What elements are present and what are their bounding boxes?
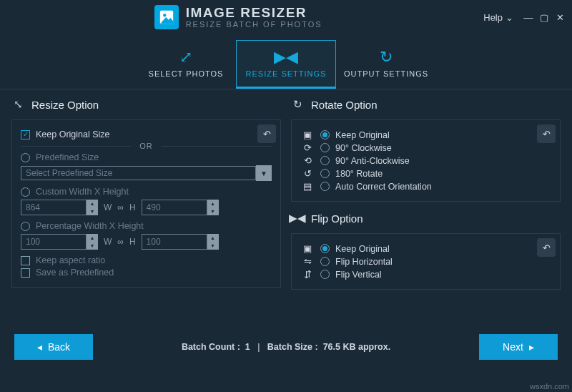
spinner[interactable]: ▲▼ bbox=[87, 200, 98, 215]
image-icon: ▣ bbox=[300, 243, 315, 254]
right-panels: ↻ Rotate Option ↶ ▣ Keep Original ⟳ 90° … bbox=[291, 97, 561, 324]
pct-width-field[interactable]: ▲▼ bbox=[21, 234, 98, 250]
rotate-heading-icon: ↻ bbox=[291, 98, 304, 111]
back-button[interactable]: ◂ Back bbox=[14, 334, 93, 360]
count-label: Batch Count : bbox=[182, 342, 240, 352]
h-label: H bbox=[129, 237, 136, 247]
radio-icon bbox=[21, 187, 30, 197]
label: Predefined Size bbox=[36, 152, 99, 162]
resize-heading-icon: ⤡ bbox=[11, 98, 24, 111]
app-subtitle: RESIZE BATCH OF PHOTOS bbox=[186, 20, 322, 29]
custom-size-fields: ▲▼ W ∞ H ▲▼ bbox=[21, 200, 272, 215]
svg-point-1 bbox=[163, 14, 166, 16]
rotate-ccw-icon: ⟲ bbox=[300, 155, 315, 166]
predefined-size-radio[interactable]: Predefined Size bbox=[21, 152, 272, 162]
reset-resize-button[interactable]: ↶ bbox=[257, 124, 276, 143]
checkbox-icon bbox=[21, 256, 30, 265]
or-label: OR bbox=[137, 142, 156, 150]
custom-size-radio[interactable]: Custom Width X Height bbox=[21, 187, 272, 197]
label: Flip Vertical bbox=[335, 270, 382, 280]
tab-select-photos[interactable]: ⤢ SELECT PHOTOS bbox=[136, 40, 236, 89]
flip-heading-label: Flip Option bbox=[311, 212, 363, 225]
minimize-button[interactable]: ― bbox=[521, 9, 536, 25]
w-label: W bbox=[104, 202, 112, 212]
gear-refresh-icon: ↻ bbox=[337, 48, 435, 67]
radio-icon bbox=[320, 130, 330, 139]
next-button[interactable]: Next ▸ bbox=[479, 334, 558, 360]
resize-option-panel: ⤡ Resize Option ↶ Keep Original Size OR … bbox=[11, 97, 281, 324]
resize-heading-label: Resize Option bbox=[31, 99, 99, 111]
save-as-predefined[interactable]: Save as Predefined bbox=[21, 268, 272, 278]
step-tabs: ⤢ SELECT PHOTOS ▶◀ RESIZE SETTINGS ↻ OUT… bbox=[0, 40, 572, 89]
keep-original-size[interactable]: Keep Original Size bbox=[21, 129, 272, 139]
size-label: Batch Size : bbox=[267, 342, 318, 352]
rotate-90-ccw[interactable]: ⟲ 90° Anti-Clockwise bbox=[300, 155, 551, 166]
flip-keep-original[interactable]: ▣ Keep Original bbox=[300, 243, 551, 254]
next-label: Next bbox=[503, 341, 523, 353]
label: 90° Clockwise bbox=[335, 143, 392, 153]
tab-label: RESIZE SETTINGS bbox=[237, 69, 335, 78]
label: Keep Original Size bbox=[36, 129, 110, 139]
height-input[interactable] bbox=[142, 200, 207, 215]
resize-icon: ▶◀ bbox=[237, 48, 335, 67]
flip-heading-icon: ▶◀ bbox=[291, 212, 304, 225]
keep-aspect-ratio[interactable]: Keep aspect ratio bbox=[21, 255, 272, 265]
radio-icon bbox=[320, 143, 330, 152]
h-label: H bbox=[129, 202, 136, 212]
titlebar: IMAGE RESIZER RESIZE BATCH OF PHOTOS Hel… bbox=[0, 0, 572, 34]
status-bar: Batch Count : 1 | Batch Size : 76.5 KB a… bbox=[103, 342, 469, 352]
rotate-auto-correct[interactable]: ▤ Auto Correct Orientation bbox=[300, 181, 551, 192]
radio-icon bbox=[21, 153, 30, 162]
rotate-90-cw[interactable]: ⟳ 90° Clockwise bbox=[300, 142, 551, 153]
close-button[interactable]: ✕ bbox=[552, 9, 568, 25]
size-value: 76.5 KB approx. bbox=[323, 342, 390, 352]
flip-vertical-icon: ⇵ bbox=[300, 269, 315, 280]
maximize-button[interactable]: ▢ bbox=[536, 9, 552, 25]
spinner[interactable]: ▲▼ bbox=[87, 234, 98, 250]
auto-correct-icon: ▤ bbox=[300, 181, 315, 192]
help-menu[interactable]: Help ⌄ bbox=[476, 12, 521, 23]
rotate-box: ↶ ▣ Keep Original ⟳ 90° Clockwise ⟲ 90° … bbox=[291, 119, 561, 202]
flip-horizontal[interactable]: ⇋ Flip Horizontal bbox=[300, 256, 551, 267]
radio-icon bbox=[320, 244, 330, 253]
tab-label: SELECT PHOTOS bbox=[137, 69, 235, 78]
spinner[interactable]: ▲▼ bbox=[207, 200, 219, 215]
label: 90° Anti-Clockwise bbox=[335, 156, 410, 166]
label: Keep Original bbox=[335, 130, 390, 140]
checkbox-icon bbox=[21, 130, 30, 139]
expand-icon: ⤢ bbox=[137, 48, 235, 67]
label: Flip Horizontal bbox=[335, 257, 393, 267]
reset-rotate-button[interactable]: ↶ bbox=[537, 124, 556, 143]
percentage-size-radio[interactable]: Percentage Width X Height bbox=[21, 221, 272, 231]
predefined-size-select[interactable]: Select Predefined Size ▼ bbox=[21, 165, 272, 181]
label: Save as Predefined bbox=[36, 268, 114, 278]
radio-icon bbox=[21, 222, 30, 231]
label: 180° Rotate bbox=[335, 169, 383, 179]
or-separator: OR bbox=[21, 142, 272, 150]
width-input[interactable] bbox=[21, 200, 87, 215]
radio-icon bbox=[320, 156, 330, 165]
custom-width-field[interactable]: ▲▼ bbox=[21, 200, 98, 215]
pct-width-input[interactable] bbox=[21, 234, 87, 250]
separator: | bbox=[257, 342, 260, 352]
rotate-cw-icon: ⟳ bbox=[300, 142, 315, 153]
footer: ◂ Back Batch Count : 1 | Batch Size : 76… bbox=[0, 327, 572, 360]
link-icon: ∞ bbox=[117, 202, 124, 212]
flip-horizontal-icon: ⇋ bbox=[300, 256, 315, 267]
spinner[interactable]: ▲▼ bbox=[207, 234, 219, 250]
tab-output-settings[interactable]: ↻ OUTPUT SETTINGS bbox=[336, 40, 436, 89]
custom-height-field[interactable]: ▲▼ bbox=[142, 200, 219, 215]
reset-flip-button[interactable]: ↶ bbox=[537, 238, 556, 257]
tab-label: OUTPUT SETTINGS bbox=[337, 69, 435, 78]
tab-resize-settings[interactable]: ▶◀ RESIZE SETTINGS bbox=[236, 40, 336, 89]
pct-height-input[interactable] bbox=[142, 234, 207, 250]
flip-vertical[interactable]: ⇵ Flip Vertical bbox=[300, 269, 551, 280]
chevron-left-icon: ◂ bbox=[37, 341, 42, 353]
rotate-180[interactable]: ↺ 180° Rotate bbox=[300, 168, 551, 179]
pct-height-field[interactable]: ▲▼ bbox=[142, 234, 219, 250]
label: Percentage Width X Height bbox=[36, 221, 144, 231]
radio-icon bbox=[320, 257, 330, 266]
resize-box: ↶ Keep Original Size OR Predefined Size … bbox=[11, 119, 281, 288]
label: Keep aspect ratio bbox=[36, 255, 105, 265]
rotate-keep-original[interactable]: ▣ Keep Original bbox=[300, 129, 551, 140]
